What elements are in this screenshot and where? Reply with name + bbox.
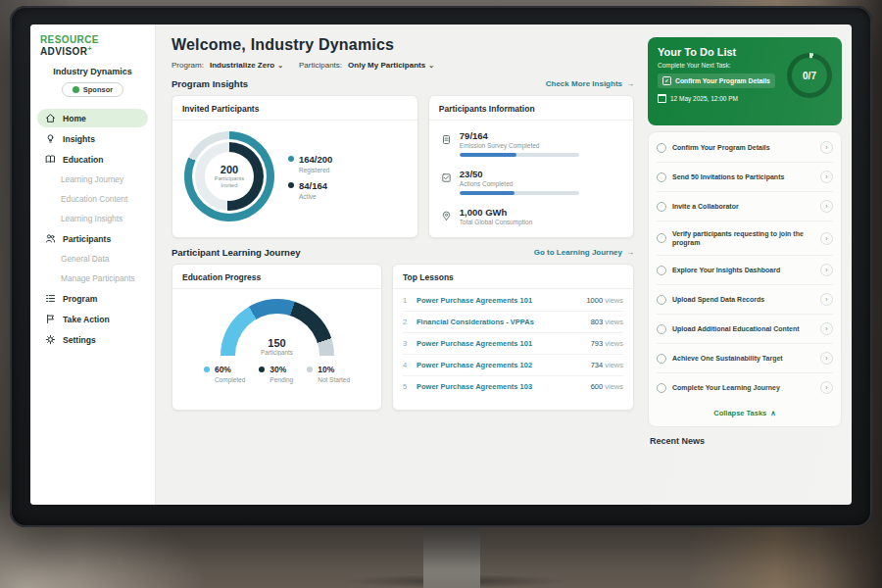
task-checkbox[interactable] — [657, 266, 666, 275]
task-row[interactable]: Confirm Your Program Details › — [657, 133, 833, 163]
sidebar-item-education[interactable]: Education — [37, 150, 148, 169]
sidebar-item-label: Program — [63, 294, 97, 304]
program-select[interactable]: Industrialize Zero ⌄ — [210, 61, 283, 70]
task-row[interactable]: Upload Additional Educational Content › — [657, 315, 833, 344]
task-checkbox[interactable] — [657, 324, 666, 334]
screen: RESOURCE ADVISOR+ Industry Dynamics Spon… — [30, 24, 852, 505]
task-row[interactable]: Achieve One Sustainability Target › — [657, 344, 833, 373]
card-title: Participants Information — [429, 96, 633, 121]
sidebar-item-manage-participants[interactable]: Manage Participants — [37, 270, 148, 287]
chevron-right-icon[interactable]: › — [820, 264, 833, 276]
lightbulb-icon — [45, 133, 56, 144]
collapse-label: Collapse Tasks — [713, 409, 766, 417]
chevron-right-icon[interactable]: › — [820, 232, 833, 245]
lesson-link[interactable]: Power Purchase Agreements 103 — [416, 382, 532, 391]
task-row[interactable]: Complete Your Learning Journey › — [657, 373, 833, 402]
task-checkbox[interactable] — [657, 295, 666, 305]
task-checkbox[interactable] — [657, 233, 666, 243]
lesson-link[interactable]: Power Purchase Agreements 102 — [416, 361, 532, 369]
location-pin-icon — [441, 208, 452, 219]
legend-item-pending: 30% Pending — [259, 365, 293, 383]
legend-dot — [288, 156, 294, 162]
sidebar-item-learning-journey[interactable]: Learning Journey — [37, 171, 148, 188]
sidebar-item-settings[interactable]: Settings — [37, 330, 148, 349]
logo-secondary: ADVISOR — [40, 46, 87, 57]
todo-progress-value: 0/7 — [803, 71, 816, 81]
sidebar-item-take-action[interactable]: Take Action — [37, 310, 148, 328]
lesson-row: 1 Power Purchase Agreements 101 1000 vie… — [403, 290, 623, 312]
info-row-actions: 23/50 Actions Completed — [441, 163, 621, 201]
go-to-learning-journey-link[interactable]: Go to Learning Journey → — [534, 248, 634, 257]
checklist-icon — [441, 170, 452, 180]
task-checkbox[interactable] — [657, 383, 666, 393]
gauge-center-label: Participants — [220, 349, 334, 356]
todo-panel: Your To Do List Complete Your Next Task:… — [646, 24, 852, 505]
logo-primary: RESOURCE — [40, 34, 99, 45]
lesson-link[interactable]: Power Purchase Agreements 101 — [416, 339, 532, 348]
chevron-right-icon[interactable]: › — [820, 381, 833, 394]
people-icon — [45, 233, 56, 244]
task-row[interactable]: Upload Spend Data Records › — [657, 285, 833, 315]
lesson-link[interactable]: Power Purchase Agreements 101 — [416, 296, 532, 305]
legend-dot — [288, 182, 294, 188]
donut-legend: 164/200 Registered 84/164 Active — [288, 147, 332, 207]
filters-bar: Program: Industrialize Zero ⌄ Participan… — [172, 61, 634, 70]
education-progress-card: Education Progress 150 Participants 60% — [172, 264, 382, 411]
next-task-label: Confirm Your Program Details — [675, 77, 770, 84]
sidebar-item-label: General Data — [61, 254, 109, 264]
task-row[interactable]: Send 50 Invitations to Participants › — [657, 163, 833, 192]
sidebar-item-label: Settings — [63, 335, 96, 345]
sidebar-item-program[interactable]: Program — [37, 289, 148, 308]
task-row[interactable]: Invite a Collaborator › — [657, 192, 833, 221]
home-icon — [45, 113, 56, 123]
sidebar-item-learning-insights[interactable]: Learning Insights — [37, 210, 148, 227]
sponsor-badge[interactable]: Sponsor — [62, 82, 123, 97]
sidebar-item-label: Participants — [63, 234, 111, 244]
task-checkbox[interactable] — [657, 354, 666, 364]
chevron-right-icon[interactable]: › — [820, 200, 833, 213]
section-title: Program Insights — [172, 78, 248, 89]
info-row-emission-survey: 79/164 Emission Survey Completed — [441, 124, 621, 163]
chevron-right-icon[interactable]: › — [820, 293, 833, 306]
task-checkbox[interactable] — [657, 172, 666, 182]
clipboard-icon — [441, 131, 452, 142]
monitor-stand — [423, 525, 480, 588]
checkbox-icon[interactable]: ✓ — [662, 76, 671, 85]
sidebar-item-label: Insights — [63, 134, 95, 144]
sidebar-item-education-content[interactable]: Education Content — [37, 190, 148, 208]
main-content: Welcome, Industry Dynamics Program: Indu… — [156, 24, 646, 505]
chevron-right-icon[interactable]: › — [820, 322, 833, 335]
legend-item-active: 84/164 Active — [288, 180, 332, 200]
lesson-link[interactable]: Financial Considerations - VPPAs — [416, 318, 534, 326]
card-title: Invited Participants — [172, 96, 417, 121]
todo-summary-card: Your To Do List Complete Your Next Task:… — [648, 37, 842, 125]
donut-center-value: 200 — [220, 164, 238, 175]
org-name: Industry Dynamics — [37, 67, 148, 76]
legend-dot — [307, 367, 313, 372]
task-checkbox[interactable] — [657, 143, 666, 153]
next-task[interactable]: ✓ Confirm Your Program Details — [658, 74, 775, 88]
chevron-right-icon[interactable]: › — [820, 352, 833, 365]
participants-information-card: Participants Information 79/164 Emission… — [428, 95, 634, 238]
chevron-right-icon[interactable]: › — [820, 141, 833, 154]
task-row[interactable]: Explore Your Insights Dashboard › — [657, 256, 833, 285]
invited-participants-card: Invited Participants 200 Participants In… — [172, 95, 418, 238]
sidebar-item-participants[interactable]: Participants — [37, 229, 148, 248]
chevron-right-icon[interactable]: › — [820, 171, 833, 183]
participants-select[interactable]: Only My Participants ⌄ — [348, 61, 434, 70]
sidebar-item-insights[interactable]: Insights — [37, 129, 148, 148]
sponsor-icon — [73, 86, 79, 93]
legend-item-registered: 164/200 Registered — [288, 154, 332, 173]
chevron-up-icon: ∧ — [770, 409, 776, 417]
collapse-tasks-button[interactable]: Collapse Tasks ∧ — [657, 402, 833, 425]
check-more-insights-link[interactable]: Check More Insights → — [546, 79, 634, 88]
program-insights-header: Program Insights Check More Insights → — [172, 78, 634, 89]
task-checkbox[interactable] — [657, 202, 666, 212]
sidebar-item-home[interactable]: Home — [37, 109, 148, 127]
task-row[interactable]: Verify participants requesting to join t… — [657, 221, 833, 256]
sidebar-item-label: Learning Insights — [61, 214, 122, 223]
arrow-right-icon: → — [626, 79, 634, 88]
info-row-consumption: 1,000 GWh Total Global Consumption — [441, 201, 621, 231]
sidebar-item-general-data[interactable]: General Data — [37, 250, 148, 268]
card-title: Top Lessons — [393, 265, 633, 289]
